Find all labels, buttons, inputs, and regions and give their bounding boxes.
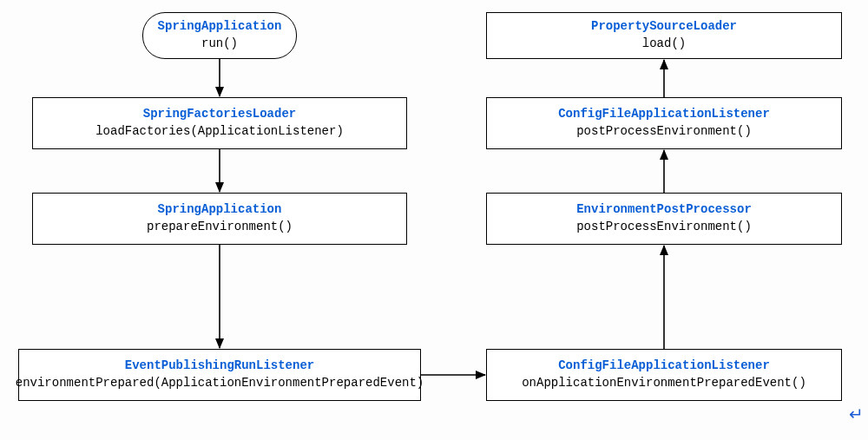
node-title: SpringApplication <box>158 18 282 36</box>
node-event-publishing-run-listener: EventPublishingRunListener environmentPr… <box>18 349 421 401</box>
node-config-listener-post-process: ConfigFileApplicationListener postProces… <box>486 97 842 149</box>
node-method: postProcessEnvironment() <box>576 219 752 236</box>
node-title: ConfigFileApplicationListener <box>558 106 770 123</box>
node-property-source-loader: PropertySourceLoader load() <box>486 12 842 59</box>
node-method: load() <box>642 36 686 53</box>
node-title: EventPublishingRunListener <box>125 358 314 375</box>
node-method: prepareEnvironment() <box>147 219 293 236</box>
node-method: postProcessEnvironment() <box>576 123 752 141</box>
node-title: EnvironmentPostProcessor <box>576 201 752 219</box>
node-method: loadFactories(ApplicationListener) <box>95 123 344 141</box>
return-marker: ↵ <box>849 404 864 424</box>
node-environment-post-processor: EnvironmentPostProcessor postProcessEnvi… <box>486 193 842 245</box>
node-config-listener-on-event: ConfigFileApplicationListener onApplicat… <box>486 349 842 401</box>
node-spring-factories-loader: SpringFactoriesLoader loadFactories(Appl… <box>32 97 407 149</box>
node-method: onApplicationEnvironmentPreparedEvent() <box>522 375 806 392</box>
node-title: SpringFactoriesLoader <box>143 106 296 123</box>
node-title: PropertySourceLoader <box>591 18 737 36</box>
node-spring-application-run: SpringApplication run() <box>142 12 297 59</box>
node-spring-application-prepare: SpringApplication prepareEnvironment() <box>32 193 407 245</box>
node-method: run() <box>201 36 238 53</box>
node-title: SpringApplication <box>158 201 282 219</box>
node-title: ConfigFileApplicationListener <box>558 358 770 375</box>
node-method: environmentPrepared(ApplicationEnvironme… <box>16 375 424 392</box>
